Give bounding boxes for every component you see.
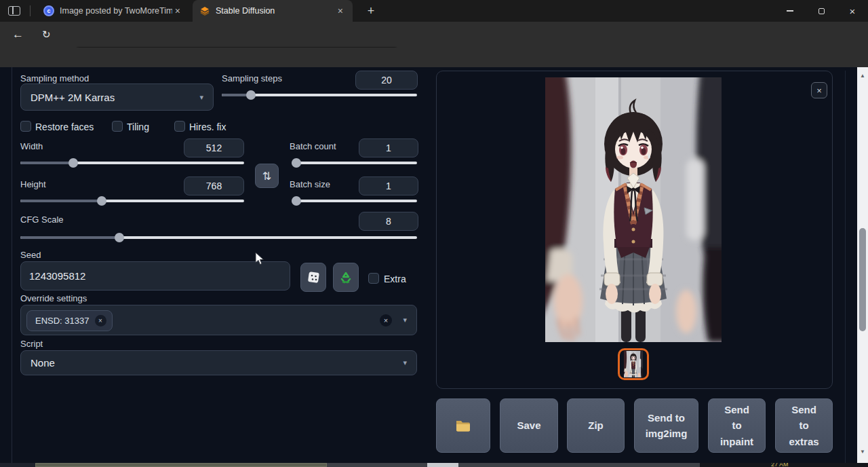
- sampling-method-value: DPM++ 2M Karras: [31, 92, 115, 103]
- override-settings-label: Override settings: [20, 293, 87, 303]
- tab1-favicon: c: [43, 5, 54, 16]
- batch-size-slider[interactable]: [292, 200, 417, 202]
- hires-fix-label: Hires. fix: [189, 122, 226, 132]
- sampling-method-dropdown[interactable]: DPM++ 2M Karras ▾: [20, 83, 214, 111]
- restore-faces-checkbox[interactable]: [20, 121, 31, 132]
- height-input[interactable]: 768: [184, 176, 244, 195]
- height-label: Height: [20, 179, 46, 189]
- script-dropdown[interactable]: None ▾: [20, 350, 417, 375]
- height-slider[interactable]: [20, 200, 244, 202]
- taskbar-segment-olive: [35, 463, 327, 467]
- send-to-extras-button[interactable]: Send to extras: [775, 398, 833, 453]
- cfg-scale-slider[interactable]: [20, 236, 417, 239]
- override-chip[interactable]: ENSD: 31337 ×: [26, 310, 113, 331]
- tab-divider: [30, 5, 31, 16]
- folder-icon: [455, 419, 471, 432]
- chevron-down-icon: ▾: [403, 358, 407, 367]
- send-to-img2img-button[interactable]: Send to img2img: [634, 398, 698, 453]
- tab2-close-icon[interactable]: ×: [335, 5, 346, 16]
- browser-titlebar: c Image posted by TwoMoreTimes × Stable …: [0, 0, 868, 22]
- maximize-button[interactable]: [806, 0, 837, 22]
- swap-icon: ⇅: [262, 170, 271, 183]
- tiling-checkbox[interactable]: [112, 121, 123, 132]
- mouse-cursor: [255, 252, 264, 265]
- extra-seed-checkbox[interactable]: [368, 273, 379, 284]
- vertical-scrollbar[interactable]: ▲ ▼: [857, 67, 868, 463]
- height-slider-thumb[interactable]: [97, 196, 106, 206]
- bookmarks-bar: SoundCloud – Hear... Spotify – Web Playe…: [0, 48, 868, 67]
- restore-icon: [818, 8, 825, 14]
- tab-stable-diffusion[interactable]: Stable Diffusion ×: [193, 0, 353, 22]
- generated-image[interactable]: [545, 77, 722, 342]
- batch-count-label: Batch count: [290, 141, 336, 151]
- cfg-scale-slider-thumb[interactable]: [115, 233, 124, 242]
- script-value: None: [31, 357, 55, 369]
- chevron-down-icon: ▾: [199, 93, 203, 102]
- right-edge-divider: [845, 71, 846, 463]
- tab1-title: Image posted by TwoMoreTimes: [60, 6, 172, 16]
- gallery-thumbnail-selected[interactable]: [618, 348, 649, 380]
- open-folder-button[interactable]: [436, 398, 490, 453]
- override-chevron-icon[interactable]: ▾: [403, 316, 407, 324]
- batch-size-input[interactable]: 1: [359, 176, 418, 195]
- close-image-button[interactable]: ×: [811, 82, 827, 98]
- screen: { "browser": { "tabs": [ { "title": "Ima…: [0, 0, 868, 467]
- minimize-button[interactable]: [774, 0, 806, 22]
- clear-all-icon[interactable]: ×: [380, 314, 392, 326]
- chip-remove-icon[interactable]: ×: [95, 315, 106, 326]
- taskbar-segment-light: [427, 463, 458, 467]
- override-chip-text: ENSD: 31337: [35, 316, 90, 326]
- taskbar-sliver: 27 AM: [0, 463, 868, 467]
- tab2-favicon-gradio: [199, 5, 210, 16]
- override-settings-box[interactable]: ENSD: 31337 × × ▾: [20, 305, 417, 335]
- cfg-scale-label: CFG Scale: [20, 214, 64, 225]
- back-button[interactable]: ←: [12, 28, 24, 41]
- batch-size-slider-thumb[interactable]: [292, 196, 301, 206]
- script-label: Script: [20, 339, 43, 349]
- stable-diffusion-page: Sampling method DPM++ 2M Karras ▾ Sampli…: [0, 67, 868, 463]
- width-slider-thumb[interactable]: [68, 158, 78, 168]
- vertical-scrollbar-thumb[interactable]: [859, 228, 866, 331]
- sampling-steps-input[interactable]: 20: [355, 71, 418, 90]
- tab-image-posted[interactable]: c Image posted by TwoMoreTimes ×: [37, 0, 190, 22]
- dice-icon: [307, 271, 320, 284]
- taskbar-clock-area: 27 AM: [700, 463, 868, 467]
- hires-fix-checkbox[interactable]: [174, 121, 185, 132]
- minimize-icon: [787, 10, 793, 12]
- width-slider[interactable]: [20, 162, 244, 164]
- sampling-steps-slider[interactable]: [222, 94, 417, 96]
- scroll-up-icon[interactable]: ▲: [857, 70, 868, 81]
- send-to-inpaint-button[interactable]: Send to inpaint: [708, 398, 766, 453]
- tab-actions-icon[interactable]: [8, 6, 20, 16]
- width-label: Width: [20, 141, 43, 151]
- tiling-label: Tiling: [127, 122, 149, 132]
- random-seed-button[interactable]: [300, 263, 326, 292]
- tab2-title: Stable Diffusion: [216, 6, 335, 16]
- scroll-down-icon[interactable]: ▼: [857, 446, 868, 457]
- extra-seed-label: Extra: [384, 274, 406, 284]
- taskbar-clock-fragment: 27 AM: [771, 463, 789, 467]
- sampling-method-label: Sampling method: [20, 73, 89, 83]
- seed-label: Seed: [20, 250, 41, 260]
- close-window-button[interactable]: ×: [837, 0, 868, 22]
- batch-count-slider[interactable]: [292, 162, 417, 164]
- tab1-close-icon[interactable]: ×: [172, 5, 183, 16]
- batch-count-slider-thumb[interactable]: [292, 158, 301, 168]
- sampling-steps-label: Sampling steps: [222, 73, 282, 83]
- recycle-icon: [339, 271, 353, 284]
- save-button[interactable]: Save: [500, 398, 558, 453]
- reuse-seed-button[interactable]: [333, 263, 359, 292]
- batch-count-input[interactable]: 1: [359, 138, 418, 157]
- new-tab-button[interactable]: +: [363, 3, 378, 18]
- sampling-steps-slider-thumb[interactable]: [246, 90, 256, 100]
- seed-input[interactable]: 1243095812: [20, 261, 290, 291]
- panel-divider: [12, 67, 12, 463]
- batch-size-label: Batch size: [290, 179, 330, 189]
- restore-faces-label: Restore faces: [35, 122, 94, 132]
- width-input[interactable]: 512: [184, 138, 244, 157]
- zip-button[interactable]: Zip: [567, 398, 625, 453]
- refresh-button[interactable]: ↻: [42, 29, 51, 41]
- swap-dimensions-button[interactable]: ⇅: [255, 164, 279, 188]
- browser-toolbar: ← ↻ i 127.0.0.1:7860 A) ☆+ O » IA AD S Y…: [0, 22, 868, 48]
- cfg-scale-input[interactable]: 8: [359, 212, 418, 231]
